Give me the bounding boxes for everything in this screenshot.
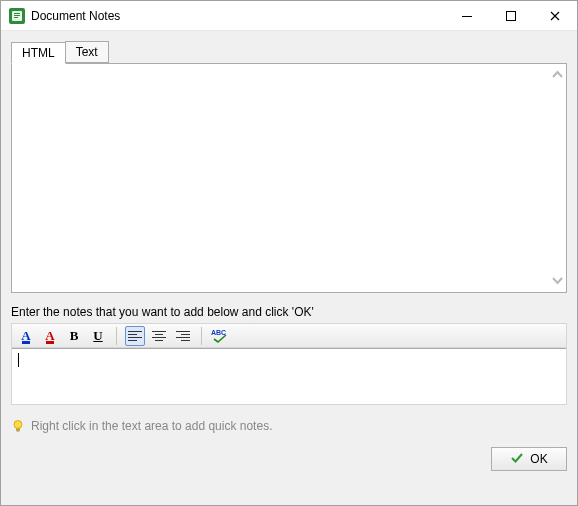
svg-rect-8 [128, 334, 137, 335]
svg-rect-15 [176, 331, 190, 332]
spellcheck-button[interactable]: ABC [210, 326, 230, 346]
svg-rect-10 [128, 340, 137, 341]
svg-rect-14 [155, 340, 163, 341]
svg-rect-22 [17, 431, 20, 432]
dialog-buttons: OK [11, 447, 567, 471]
app-icon [9, 8, 25, 24]
svg-rect-16 [181, 334, 190, 335]
svg-rect-4 [14, 17, 18, 18]
minimize-button[interactable] [445, 1, 489, 30]
toolbar-separator [116, 327, 117, 345]
ok-button-label: OK [530, 452, 547, 466]
align-center-button[interactable] [149, 326, 169, 346]
notes-viewer[interactable] [11, 63, 567, 293]
svg-rect-3 [14, 15, 20, 16]
highlight-color-button[interactable]: A [16, 326, 36, 346]
svg-rect-9 [128, 337, 142, 338]
close-button[interactable] [533, 1, 577, 30]
svg-rect-11 [152, 331, 166, 332]
svg-text:ABC: ABC [211, 329, 226, 336]
scroll-down-icon[interactable] [549, 272, 566, 289]
align-left-button[interactable] [125, 326, 145, 346]
prompt-label: Enter the notes that you want to add bel… [11, 305, 567, 319]
maximize-button[interactable] [489, 1, 533, 30]
notes-input[interactable] [12, 348, 566, 404]
toolbar-separator [201, 327, 202, 345]
lightbulb-icon [11, 419, 25, 433]
align-right-button[interactable] [173, 326, 193, 346]
client-area: HTML Text Enter the notes that you want … [1, 31, 577, 505]
tabstrip: HTML Text [11, 41, 567, 63]
editor-frame: A A B U [11, 323, 567, 405]
tab-text[interactable]: Text [65, 41, 109, 63]
svg-rect-2 [14, 13, 20, 14]
svg-point-20 [14, 421, 22, 429]
text-caret [18, 353, 19, 367]
hint-text: Right click in the text area to add quic… [31, 419, 272, 433]
window-buttons [445, 1, 577, 30]
vertical-scrollbar[interactable] [549, 64, 566, 292]
hint-row: Right click in the text area to add quic… [11, 419, 567, 433]
titlebar: Document Notes [1, 1, 577, 31]
svg-rect-12 [155, 334, 163, 335]
underline-button[interactable]: U [88, 326, 108, 346]
svg-rect-6 [507, 11, 516, 20]
font-color-button[interactable]: A [40, 326, 60, 346]
scroll-up-icon[interactable] [549, 67, 566, 84]
check-icon [510, 451, 524, 468]
editor-toolbar: A A B U [12, 324, 566, 348]
svg-rect-5 [462, 16, 472, 17]
svg-rect-21 [16, 429, 20, 431]
svg-rect-17 [176, 337, 190, 338]
window-title: Document Notes [31, 9, 445, 23]
tab-html[interactable]: HTML [11, 42, 66, 64]
bold-button[interactable]: B [64, 326, 84, 346]
ok-button[interactable]: OK [491, 447, 567, 471]
svg-rect-13 [152, 337, 166, 338]
svg-rect-7 [128, 331, 142, 332]
svg-rect-18 [181, 340, 190, 341]
